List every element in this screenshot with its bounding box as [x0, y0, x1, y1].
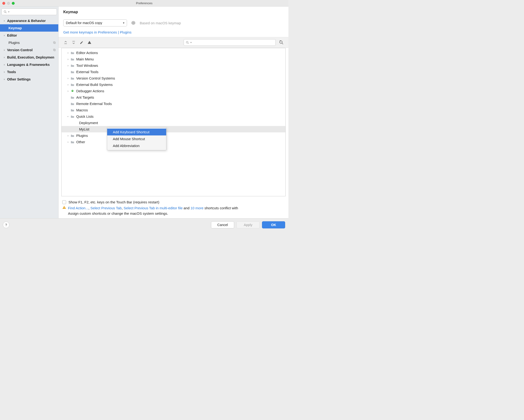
sidebar-item-build[interactable]: › Build, Execution, Deployment	[0, 53, 58, 61]
sidebar-item-version-control[interactable]: › Version Control	[0, 46, 58, 53]
keymap-top-bar: Default for macOS copy ▾ Based on macOS …	[59, 15, 288, 28]
chevron-right-icon: ›	[4, 19, 7, 22]
tree-row-label: Ant Targets	[76, 95, 94, 99]
tree-row-tool-windows[interactable]: › Tool Windows	[61, 62, 285, 69]
tree-row-debugger[interactable]: › Debugger Actions	[61, 88, 285, 94]
folder-icon	[70, 96, 75, 99]
tree-row-ant[interactable]: Ant Targets	[61, 94, 285, 101]
sidebar-item-tools[interactable]: › Tools	[0, 68, 58, 76]
sidebar-item-label: Other Settings	[7, 77, 31, 81]
tree-row-external-tools[interactable]: External Tools	[61, 69, 285, 75]
folder-icon	[70, 77, 75, 80]
tree-row-external-build[interactable]: › External Build Systems	[61, 81, 285, 88]
toolbar-right: ▾	[184, 39, 284, 46]
folder-icon	[70, 70, 75, 74]
chevron-right-icon: ›	[66, 89, 70, 93]
main-panel: Keymap Default for macOS copy ▾ Based on…	[59, 7, 288, 218]
keymap-profile-combo[interactable]: Default for macOS copy ▾	[63, 19, 127, 26]
actions-tree-inner: › Editor Actions › Main Menu › Tool Wind…	[61, 48, 285, 145]
edit-icon[interactable]	[80, 41, 83, 44]
tree-row-label: Quick Lists	[76, 114, 94, 119]
folder-icon	[70, 64, 75, 67]
window-title: Preferences	[0, 1, 288, 5]
get-more-keymaps-link[interactable]: Get more keymaps in Preferences | Plugin…	[59, 28, 288, 37]
tree-row-label: Plugins	[76, 134, 88, 137]
search-icon	[4, 10, 7, 13]
collapse-all-icon[interactable]	[72, 41, 76, 44]
sidebar-item-label: Languages & Frameworks	[7, 63, 50, 67]
find-action-link[interactable]: Find Action...	[68, 206, 88, 210]
sidebar-search-wrap: ▾	[0, 7, 58, 17]
sidebar-item-label: Version Control	[7, 48, 33, 52]
expand-all-icon[interactable]	[64, 41, 68, 44]
chevron-right-icon: ›	[4, 78, 7, 81]
tree-row-label: Macros	[76, 108, 88, 112]
tree-row-label: Main Menu	[76, 57, 94, 61]
tree-row-remote-external[interactable]: Remote External Tools	[61, 101, 285, 107]
content-area: ▾ › Appearance & Behavior Keymap › Edito…	[0, 7, 288, 218]
svg-line-17	[73, 90, 73, 91]
tree-row-label: Debugger Actions	[76, 89, 104, 93]
sidebar-item-label: Editor	[7, 34, 17, 37]
sidebar-item-plugins[interactable]: Plugins	[0, 39, 58, 46]
actions-search-input[interactable]: ▾	[184, 39, 276, 46]
tree-row-deployment[interactable]: Deployment	[61, 120, 285, 126]
find-by-shortcut-button[interactable]	[279, 40, 284, 45]
search-icon	[186, 41, 189, 44]
chevron-down-icon: ▾	[123, 21, 124, 25]
folder-icon	[70, 51, 75, 54]
bug-icon	[70, 89, 75, 93]
chevron-right-icon: ›	[66, 64, 70, 67]
tree-row-quick-lists[interactable]: › Quick Lists	[61, 113, 285, 120]
tree-row-editor-actions[interactable]: › Editor Actions	[61, 50, 285, 56]
svg-line-16	[71, 90, 72, 91]
svg-point-8	[186, 41, 188, 43]
tree-row-main-menu[interactable]: › Main Menu	[61, 56, 285, 62]
apply-button[interactable]: Apply	[236, 221, 260, 228]
actions-tree[interactable]: › Editor Actions › Main Menu › Tool Wind…	[61, 48, 286, 196]
warning-icon[interactable]	[87, 41, 91, 44]
ok-button[interactable]: OK	[262, 221, 285, 228]
context-menu-add-abbreviation[interactable]: Add Abbreviation	[107, 142, 166, 149]
chevron-down-icon: ▾	[8, 11, 9, 13]
svg-line-9	[188, 43, 189, 44]
tree-row-label: MyList	[79, 127, 89, 131]
sidebar-item-label: Appearance & Behavior	[7, 19, 46, 23]
chevron-right-icon: ›	[4, 63, 7, 66]
sidebar-item-editor[interactable]: › Editor	[0, 32, 58, 39]
tree-row-vcs[interactable]: › Version Control Systems	[61, 75, 285, 81]
tree-row-macros[interactable]: Macros	[61, 107, 285, 113]
conflict-line2: Assign custom shortcuts or change the ma…	[59, 211, 288, 218]
chevron-right-icon: ›	[4, 70, 7, 74]
keymap-settings-gear-button[interactable]	[131, 21, 135, 25]
folder-icon	[70, 140, 75, 144]
sidebar-item-label: Keymap	[9, 26, 22, 30]
tree-row-label: Tool Windows	[76, 63, 98, 68]
select-prev-tab-link[interactable]: Select Previous Tab	[90, 206, 122, 210]
sidebar-item-languages[interactable]: › Languages & Frameworks	[0, 61, 58, 68]
conflict-text: Find Action..., Select Previous Tab, Sel…	[68, 206, 285, 210]
tree-row-other[interactable]: › Other	[61, 139, 285, 145]
sidebar-search-input[interactable]: ▾	[1, 9, 57, 15]
folder-icon	[70, 134, 75, 137]
context-menu-add-keyboard-shortcut[interactable]: Add Keyboard Shortcut	[107, 129, 166, 136]
more-link[interactable]: 10 more	[191, 206, 203, 210]
context-menu-add-mouse-shortcut[interactable]: Add Mouse Shortcut	[107, 136, 166, 142]
sidebar-item-appearance[interactable]: › Appearance & Behavior	[0, 17, 58, 24]
chevron-right-icon: ›	[66, 51, 70, 54]
select-prev-multi-link[interactable]: Select Previous Tab in multi-editor file	[124, 206, 183, 210]
sidebar-item-other-settings[interactable]: › Other Settings	[0, 76, 58, 83]
svg-rect-19	[64, 208, 64, 208]
help-button[interactable]: ?	[3, 222, 9, 228]
svg-point-0	[4, 11, 6, 12]
sidebar-item-keymap[interactable]: Keymap	[0, 24, 58, 32]
cancel-button[interactable]: Cancel	[211, 221, 234, 228]
svg-rect-2	[54, 42, 55, 44]
sidebar-item-label: Tools	[7, 70, 16, 74]
tree-row-plugins[interactable]: › Plugins	[61, 132, 285, 139]
chevron-right-icon: ›	[66, 58, 70, 61]
touchbar-checkbox[interactable]	[62, 200, 66, 204]
context-menu: Add Keyboard Shortcut Add Mouse Shortcut…	[107, 128, 166, 150]
svg-rect-5	[53, 49, 55, 51]
tree-row-mylist[interactable]: MyList	[61, 126, 285, 132]
